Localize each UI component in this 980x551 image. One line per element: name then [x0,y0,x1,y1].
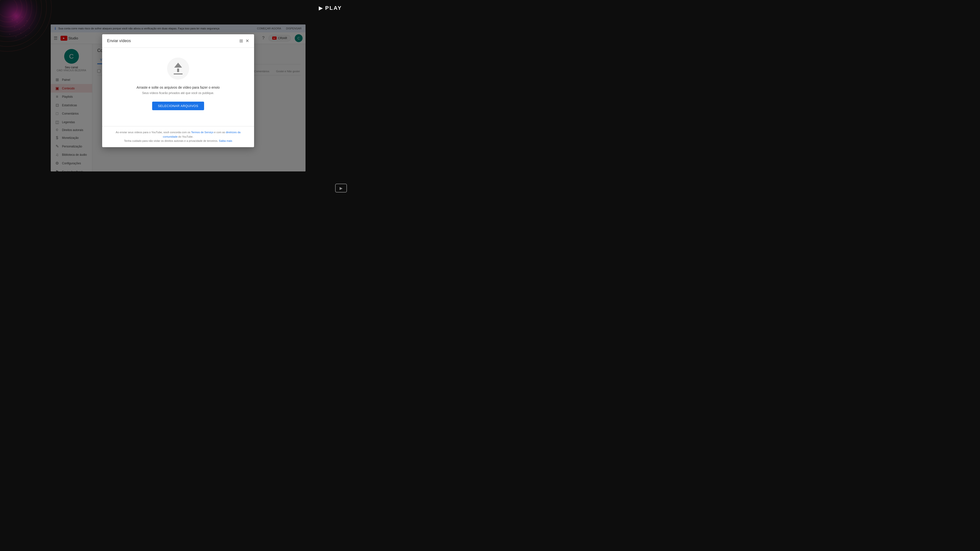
bottom-play-icon: ▶ [340,186,342,191]
svg-point-6 [0,0,41,41]
svg-point-8 [0,0,51,51]
upload-sub-text: Seus vídeos ficarão privados até que voc… [142,91,214,95]
bg-decoration [0,0,54,54]
svg-point-1 [0,0,17,17]
svg-point-10 [17,22,18,22]
svg-point-2 [0,0,22,22]
upload-icon-wrapper [167,57,189,79]
upload-main-text: Arraste e solte os arquivos de vídeo par… [137,86,220,89]
footer-text-after: do YouTube. [178,135,193,138]
svg-point-5 [0,0,37,37]
svg-point-16 [29,28,30,29]
svg-point-3 [0,0,27,27]
footer-line-2: Tenha cuidado para não violar os direito… [110,139,247,143]
tos-link[interactable]: Termos de Serviço [191,131,213,134]
svg-point-14 [19,29,20,30]
svg-point-11 [22,17,22,17]
modal-header: Enviar vídeos ⊞ ✕ [102,34,254,48]
svg-rect-0 [0,0,54,54]
play-branding: ▶ PLAY [319,5,342,11]
modal-overlay: Enviar vídeos ⊞ ✕ Arraste e solte os arq… [51,24,305,171]
learn-more-link[interactable]: Saiba mais [219,139,232,142]
svg-point-15 [24,25,25,26]
select-files-button[interactable]: SELECIONAR ARQUIVOS [152,102,204,110]
svg-point-13 [14,27,15,27]
upload-modal: Enviar vídeos ⊞ ✕ Arraste e solte os arq… [102,34,254,147]
svg-point-12 [27,21,27,21]
app-window: ℹ Sua conta corre mais risco de sofrer a… [51,24,305,171]
svg-point-20 [25,35,26,36]
footer-line2-text: Tenha cuidado para não violar os direito… [124,139,219,142]
footer-text-before-tos: Ao enviar seus vídeos para o YouTube, vo… [116,131,191,134]
modal-close-icon[interactable]: ✕ [245,38,249,44]
modal-grid-icon[interactable]: ⊞ [239,38,243,44]
play-label: PLAY [325,5,342,11]
footer-text-mid: e com as [213,131,226,134]
modal-body: Arraste e solte os arquivos de vídeo par… [102,48,254,126]
play-triangle-icon: ▶ [319,5,323,11]
modal-title: Enviar vídeos [107,39,239,43]
svg-point-17 [10,34,10,35]
svg-point-19 [21,33,21,33]
svg-point-4 [0,0,32,32]
modal-footer: Ao enviar seus vídeos para o YouTube, vo… [102,126,254,147]
svg-point-7 [0,0,46,46]
upload-arrow-icon [174,63,183,75]
svg-point-9 [12,19,13,20]
footer-line-1: Ao enviar seus vídeos para o YouTube, vo… [110,130,247,139]
svg-point-18 [16,37,16,37]
bottom-play-button[interactable]: ▶ [335,184,347,192]
